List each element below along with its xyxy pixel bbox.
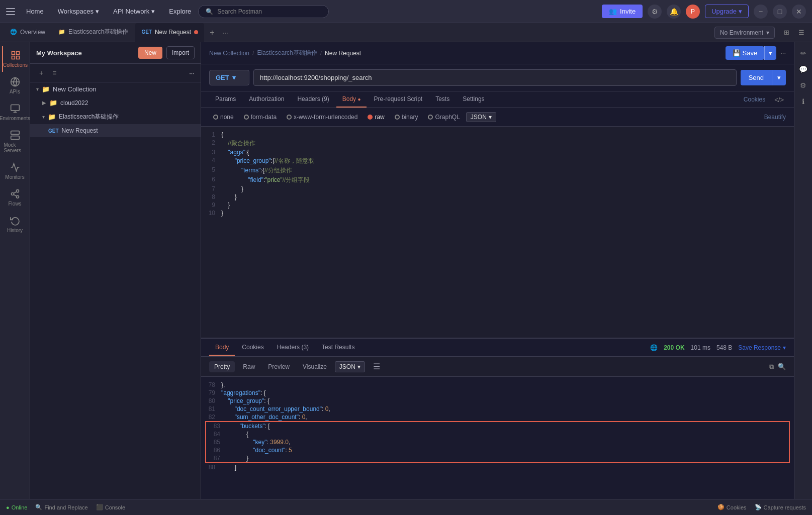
tab-pre-request[interactable]: Pre-request Script: [368, 91, 428, 108]
resp-tab-body[interactable]: Body: [209, 340, 235, 356]
code-line: 9 }: [201, 201, 794, 209]
flows-icon: [10, 189, 20, 199]
nav-home[interactable]: Home: [23, 6, 47, 17]
folder-icon: 📁: [42, 85, 50, 93]
window-maximize-icon[interactable]: □: [773, 5, 787, 19]
status-online[interactable]: ● Online: [6, 504, 27, 510]
code-line: 80 "price_group": {: [201, 397, 794, 405]
window-close-icon[interactable]: ✕: [792, 5, 806, 19]
layout-icon-2[interactable]: ☰: [795, 26, 808, 39]
breadcrumb-collection[interactable]: New Collection: [209, 50, 249, 57]
new-button[interactable]: New: [138, 47, 162, 59]
tab-authorization[interactable]: Authorization: [243, 91, 290, 108]
tree-item-new-request[interactable]: GET New Request: [30, 124, 201, 137]
right-settings-icon[interactable]: ⚙: [796, 78, 810, 92]
right-edit-icon[interactable]: ✏: [796, 46, 810, 60]
environment-select[interactable]: No Environment ▾: [714, 27, 775, 39]
add-collection-button[interactable]: +: [36, 67, 46, 79]
tab-params[interactable]: Params: [209, 91, 242, 108]
radio-form-data[interactable]: form-data: [240, 112, 281, 122]
tab-elasticsearch[interactable]: 📁 Elasticsearch基础操作: [52, 23, 134, 42]
sidebar-item-monitors[interactable]: Monitors: [2, 158, 28, 184]
new-tab-button[interactable]: +: [205, 26, 219, 40]
tab-cookies[interactable]: Cookies: [738, 92, 771, 107]
capture-requests-button[interactable]: 📡 Capture requests: [755, 504, 806, 510]
tabbar: 🌐 Overview 📁 Elasticsearch基础操作 GET New R…: [0, 23, 812, 42]
notifications-icon[interactable]: 🔔: [667, 5, 681, 19]
method-select[interactable]: GET ▾: [209, 70, 249, 85]
save-button[interactable]: 💾 Save: [726, 46, 765, 60]
response-size: 548 B: [716, 344, 732, 351]
code-line: 84 {: [206, 430, 789, 438]
json-type-select[interactable]: JSON ▾: [466, 112, 496, 122]
code-line: 5 "terms":{//分组操作: [201, 166, 794, 175]
invite-button[interactable]: 👥 Invite: [602, 5, 643, 18]
radio-raw[interactable]: raw: [364, 112, 388, 122]
layout-icon-1[interactable]: ⊞: [780, 26, 793, 39]
tree-item-elasticsearch[interactable]: ▾ 📁 Elasticsearch基础操作: [30, 110, 201, 124]
fmt-visualize[interactable]: Visualize: [298, 361, 332, 372]
tab-tests[interactable]: Tests: [429, 91, 456, 108]
filter-button[interactable]: ☰: [368, 360, 385, 373]
nav-workspaces[interactable]: Workspaces ▾: [55, 6, 102, 17]
fmt-preview[interactable]: Preview: [263, 361, 295, 372]
resp-tab-cookies[interactable]: Cookies: [236, 340, 269, 356]
console-button[interactable]: ⬛ Console: [96, 504, 125, 510]
tab-settings[interactable]: Settings: [457, 91, 490, 108]
sort-button[interactable]: ≡: [49, 67, 59, 79]
import-button[interactable]: Import: [166, 46, 195, 59]
fmt-pretty[interactable]: Pretty: [209, 361, 235, 372]
nav-explore[interactable]: Explore: [166, 6, 194, 17]
avatar[interactable]: P: [686, 5, 700, 19]
tab-body[interactable]: Body ●: [336, 91, 367, 108]
save-dropdown-button[interactable]: ▾: [764, 46, 776, 60]
url-input[interactable]: [253, 69, 737, 86]
url-bar: GET ▾ Send ▾: [201, 64, 794, 91]
response-code-area[interactable]: 78 }, 79 "aggregations": { 80 "price_gro…: [201, 377, 794, 499]
copy-response-icon[interactable]: ⧉: [769, 363, 774, 371]
sidebar-item-history[interactable]: History: [2, 212, 28, 237]
code-line: 78 },: [201, 381, 794, 389]
radio-graphql[interactable]: GraphQL: [424, 112, 464, 122]
right-info-icon[interactable]: ℹ: [796, 94, 810, 109]
resp-tab-headers[interactable]: Headers (3): [271, 340, 315, 356]
tree-item-new-collection[interactable]: ▾ 📁 New Collection: [30, 82, 201, 96]
fmt-raw[interactable]: Raw: [238, 361, 260, 372]
sidebar-item-environments[interactable]: Environments: [2, 99, 28, 125]
nav-api-network[interactable]: API Network ▾: [110, 6, 158, 17]
send-button[interactable]: Send: [741, 70, 772, 85]
radio-urlencoded[interactable]: x-www-form-urlencoded: [283, 112, 362, 122]
send-dropdown-button[interactable]: ▾: [772, 70, 786, 85]
response-json-select[interactable]: JSON ▾: [335, 361, 365, 372]
radio-none[interactable]: none: [209, 112, 238, 122]
tree-item-cloud2022[interactable]: ▶ 📁 cloud2022: [30, 96, 201, 110]
tab-new-request[interactable]: GET New Request: [135, 23, 204, 42]
save-response-button[interactable]: Save Response ▾: [738, 344, 786, 351]
radio-binary[interactable]: binary: [391, 112, 422, 122]
more-tabs-button[interactable]: ···: [220, 29, 230, 37]
resp-tab-test-results[interactable]: Test Results: [316, 340, 360, 356]
svg-line-16: [14, 194, 17, 196]
sidebar-item-mock-servers[interactable]: Mock Servers: [2, 126, 28, 157]
sidebar-item-flows[interactable]: Flows: [2, 185, 28, 211]
upgrade-button[interactable]: Upgrade ▾: [705, 5, 749, 18]
breadcrumb-folder[interactable]: Elasticsearch基础操作: [257, 49, 317, 57]
code-view-icon[interactable]: </>: [772, 92, 786, 108]
code-line: 7 }: [201, 185, 794, 193]
settings-icon[interactable]: ⚙: [648, 5, 662, 19]
search-response-icon[interactable]: 🔍: [778, 363, 786, 371]
right-comment-icon[interactable]: 💬: [796, 62, 810, 76]
search-bar[interactable]: 🔍 Search Postman: [198, 5, 329, 18]
more-options-button[interactable]: ···: [189, 69, 195, 77]
sidebar-item-apis[interactable]: APIs: [2, 73, 28, 98]
hamburger-menu[interactable]: [6, 8, 15, 15]
more-options-icon[interactable]: ···: [780, 49, 786, 57]
tab-headers[interactable]: Headers (9): [291, 91, 335, 108]
beautify-button[interactable]: Beautify: [764, 114, 786, 121]
request-body-editor[interactable]: 1 { 2 //聚合操作 3 "aggs":{ 4 "price_group":…: [201, 127, 794, 338]
find-replace-button[interactable]: 🔍 Find and Replace: [35, 504, 87, 510]
window-minimize-icon[interactable]: −: [754, 5, 768, 19]
sidebar-item-collections[interactable]: Collections: [2, 46, 28, 72]
tab-overview[interactable]: 🌐 Overview: [4, 23, 51, 42]
cookies-status-button[interactable]: 🍪 Cookies: [717, 504, 747, 510]
